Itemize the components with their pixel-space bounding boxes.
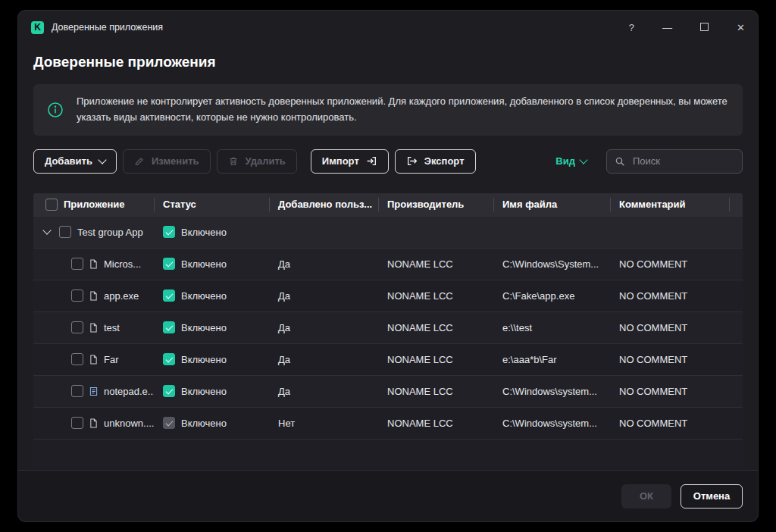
table-row[interactable]: unknown.... Включено Нет NONAME LCC C:\W… — [33, 407, 743, 439]
table-row[interactable]: Far Включено Да NONAME LCC e:\aaa*b\Far … — [33, 343, 743, 375]
app-name: unknown.... — [104, 418, 154, 429]
edit-button[interactable]: Изменить — [123, 149, 211, 174]
vendor: NONAME LCC — [378, 249, 493, 280]
search-input[interactable] — [631, 155, 734, 167]
vendor: NONAME LCC — [378, 408, 493, 439]
status-checkbox[interactable] — [163, 289, 175, 302]
status-label: Включено — [181, 322, 227, 333]
export-button[interactable]: Экспорт — [395, 149, 476, 174]
column-header-empty — [729, 193, 743, 216]
trash-icon — [228, 156, 239, 167]
ok-button[interactable]: ОК — [621, 484, 671, 509]
file-path: e:\aaa*b\Far — [493, 344, 610, 375]
status-checkbox[interactable] — [163, 353, 175, 365]
status-checkbox[interactable] — [163, 385, 175, 397]
window-title: Доверенные приложения — [52, 22, 163, 33]
delete-button[interactable]: Удалить — [217, 149, 297, 174]
file-icon — [89, 418, 98, 428]
status-label: Включено — [181, 418, 227, 429]
table-empty-area — [33, 439, 743, 468]
file-icon — [89, 355, 98, 365]
comment: NO COMMENT — [610, 408, 729, 439]
status-label: Включено — [181, 290, 227, 302]
row-checkbox[interactable] — [71, 321, 83, 333]
group-status-checkbox[interactable] — [163, 226, 175, 238]
comment: NO COMMENT — [610, 376, 729, 407]
close-icon[interactable]: ✕ — [737, 23, 745, 33]
maximize-icon[interactable] — [700, 23, 709, 33]
notepad-icon — [89, 386, 98, 396]
export-icon — [406, 155, 418, 167]
comment: NO COMMENT — [610, 249, 729, 280]
titlebar: K Доверенные приложения ? — ✕ — [18, 11, 758, 44]
status-checkbox[interactable] — [163, 321, 175, 333]
row-checkbox[interactable] — [71, 417, 83, 429]
added-by-user: Да — [269, 249, 378, 280]
added-by-user: Да — [269, 312, 378, 343]
chevron-down-icon — [98, 155, 106, 164]
status-checkbox-disabled — [163, 417, 175, 429]
row-checkbox[interactable] — [71, 385, 83, 397]
group-checkbox[interactable] — [59, 226, 71, 238]
table-header-row: Приложение Статус Добавлено польз... Про… — [33, 193, 743, 216]
file-icon — [89, 259, 98, 269]
group-row[interactable]: Test group App Включено — [33, 216, 743, 248]
collapse-chevron-icon[interactable] — [42, 226, 51, 234]
app-name: notepad.e... — [104, 386, 154, 397]
add-button[interactable]: Добавить — [33, 149, 117, 174]
app-name: Far — [104, 354, 119, 365]
file-icon — [89, 323, 98, 333]
status-label: Включено — [181, 258, 227, 270]
column-header: Комментарий — [610, 193, 729, 216]
status-label: Включено — [181, 354, 227, 365]
file-path: C:\Windows\system... — [493, 376, 610, 407]
group-status-label: Включено — [181, 227, 227, 238]
import-icon — [366, 155, 377, 167]
table-row[interactable]: notepad.e... Включено Да NONAME LCC C:\W… — [33, 375, 743, 407]
help-icon[interactable]: ? — [629, 23, 634, 33]
cancel-button[interactable]: Отмена — [681, 484, 743, 509]
added-by-user: Да — [269, 280, 378, 311]
status-label: Включено — [181, 386, 227, 397]
added-by-user: Нет — [269, 408, 378, 439]
table-row[interactable]: app.exe Включено Да NONAME LCC C:\Fake\a… — [33, 280, 743, 311]
app-name: app.exe — [104, 290, 139, 302]
search-box — [606, 149, 743, 174]
import-button[interactable]: Импорт — [311, 149, 389, 174]
page-title: Доверенные приложения — [33, 54, 743, 70]
file-icon — [89, 291, 98, 301]
info-icon — [47, 102, 64, 118]
file-path: C:\Windows\System... — [493, 249, 610, 280]
view-dropdown[interactable]: Вид — [555, 155, 587, 167]
file-path: C:\Windows\system... — [493, 408, 610, 439]
table-row[interactable]: test Включено Да NONAME LCC e:\\test NO … — [33, 311, 743, 343]
group-name: Test group App — [77, 227, 143, 238]
vendor: NONAME LCC — [378, 344, 493, 375]
vendor: NONAME LCC — [378, 280, 493, 311]
column-header: Статус — [154, 193, 269, 216]
column-header: Производитель — [378, 193, 493, 216]
search-icon — [615, 156, 625, 167]
comment: NO COMMENT — [610, 312, 729, 343]
info-banner: Приложение не контролирует активность до… — [33, 84, 743, 136]
info-banner-text: Приложение не контролирует активность до… — [77, 94, 729, 126]
row-checkbox[interactable] — [71, 353, 83, 365]
select-all-checkbox[interactable] — [45, 199, 58, 211]
comment: NO COMMENT — [610, 280, 729, 311]
comment: NO COMMENT — [610, 344, 729, 375]
file-path: C:\Fake\app.exe — [493, 280, 610, 311]
file-path: e:\\test — [493, 312, 610, 343]
status-checkbox[interactable] — [163, 258, 175, 270]
minimize-icon[interactable]: — — [662, 23, 672, 33]
column-header: Приложение — [64, 199, 124, 210]
kaspersky-logo-icon: K — [31, 21, 44, 34]
table-row[interactable]: Micros... Включено Да NONAME LCC C:\Wind… — [33, 248, 743, 280]
row-checkbox[interactable] — [71, 258, 83, 270]
column-header: Добавлено польз... — [269, 193, 378, 216]
dialog-footer: ОК Отмена — [18, 470, 758, 521]
app-name: Micros... — [104, 258, 141, 270]
added-by-user: Да — [269, 344, 378, 375]
window-controls: ? — ✕ — [629, 23, 745, 33]
row-checkbox[interactable] — [71, 289, 83, 302]
added-by-user: Да — [269, 376, 378, 407]
